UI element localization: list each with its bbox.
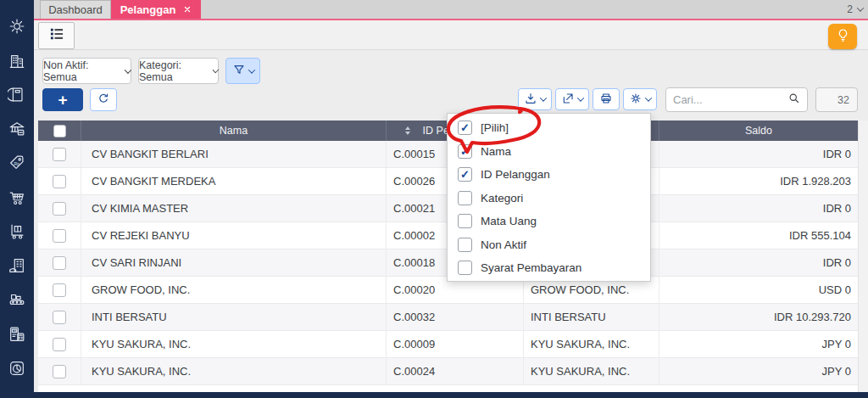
column-header-nama[interactable]: Nama — [81, 121, 386, 141]
column-header-saldo[interactable]: Saldo — [659, 121, 858, 141]
cart-icon — [8, 188, 26, 210]
app-window: Rp TAX Dashboard Pelanggan 2 Non Aktif: … — [0, 0, 868, 398]
dropdown-item-syarat-pembayaran[interactable]: Syarat Pembayaran — [448, 256, 650, 280]
checkbox-checked — [458, 121, 472, 135]
download-button[interactable] — [518, 88, 552, 110]
table-scrollbar[interactable] — [858, 121, 868, 392]
row-checkbox[interactable] — [53, 283, 66, 297]
chevron-down-icon — [248, 66, 254, 73]
close-icon[interactable] — [183, 3, 192, 16]
filter-button[interactable] — [225, 58, 260, 84]
print-button[interactable] — [593, 88, 620, 110]
building-car-icon — [8, 256, 26, 278]
list-view-button[interactable] — [38, 22, 75, 49]
sidebar-item-production[interactable] — [6, 290, 28, 312]
conveyor-icon — [8, 290, 26, 312]
chevron-down-icon — [125, 66, 131, 73]
pie-chart-icon — [8, 359, 26, 381]
table-row[interactable]: KYU SAKURA, INC. C.00009 KYU SAKURA, INC… — [38, 331, 858, 358]
table-row[interactable]: INTI BERSATU C.00032 INTI BERSATU IDR 10… — [38, 304, 858, 331]
tab-dashboard[interactable]: Dashboard — [40, 0, 111, 19]
chevron-down-icon — [212, 66, 219, 73]
dropdown-item-clipped[interactable] — [448, 280, 650, 283]
column-chooser-dropdown: [Pilih] Nama ID Pelanggan Kategori Mata … — [447, 113, 651, 282]
lightbulb-button[interactable] — [828, 24, 857, 49]
select-all-cell — [38, 121, 81, 141]
dropdown-item-nama[interactable]: Nama — [448, 140, 650, 164]
dropdown-item-mata-uang[interactable]: Mata Uang — [448, 210, 650, 233]
filter-kategori[interactable]: Kategori: Semua — [138, 58, 219, 84]
dropdown-item-kategori[interactable]: Kategori — [448, 187, 650, 210]
export-icon — [561, 92, 575, 108]
sidebar-item-company[interactable] — [6, 52, 28, 74]
svg-text:Rp: Rp — [14, 161, 20, 166]
row-checkbox[interactable] — [53, 148, 66, 161]
add-customer-button[interactable]: + — [42, 88, 83, 111]
checkbox-unchecked — [458, 191, 472, 205]
search-input[interactable] — [673, 93, 787, 106]
checkbox-checked — [458, 144, 472, 159]
row-checkbox[interactable] — [53, 202, 66, 216]
checkbox-unchecked — [458, 214, 472, 228]
checkbox-unchecked — [458, 261, 472, 275]
record-count: 32 — [815, 87, 858, 112]
sidebar-item-assets[interactable] — [6, 256, 28, 278]
tab-pelanggan[interactable]: Pelanggan — [111, 0, 201, 19]
view-toolbar — [34, 20, 868, 50]
footer-bar — [34, 392, 868, 398]
dropdown-item-id-pelanggan[interactable]: ID Pelanggan — [448, 163, 650, 187]
chevron-down-icon — [540, 94, 547, 101]
lightbulb-icon — [835, 27, 851, 47]
table-settings-button[interactable] — [623, 88, 657, 110]
search-box — [665, 87, 808, 112]
checkbox-checked — [458, 167, 472, 182]
export-button[interactable] — [555, 88, 589, 110]
filter-non-aktif[interactable]: Non Aktif: Semua — [42, 58, 131, 84]
table-row[interactable]: KYU SAKURA, INC. C.00024 KYU SAKURA, INC… — [38, 358, 858, 385]
tab-bar: Dashboard Pelanggan 2 — [34, 0, 868, 20]
sidebar: Rp TAX — [0, 0, 34, 398]
sidebar-item-reports[interactable] — [6, 359, 28, 381]
svg-text:TAX: TAX — [13, 328, 17, 332]
bank-icon — [8, 120, 26, 142]
row-checkbox[interactable] — [53, 256, 66, 270]
sidebar-item-sales[interactable]: Rp — [6, 154, 28, 176]
price-tag-icon: Rp — [8, 154, 26, 176]
sort-icon — [405, 124, 410, 137]
download-icon — [524, 92, 537, 108]
building-icon — [8, 52, 26, 74]
chevron-down-icon — [857, 4, 864, 11]
dropdown-item-pilih[interactable]: [Pilih] — [448, 116, 650, 140]
row-checkbox[interactable] — [53, 229, 66, 243]
row-checkbox[interactable] — [53, 175, 66, 188]
refresh-icon — [97, 92, 110, 108]
sidebar-item-purchases[interactable] — [6, 188, 28, 210]
row-checkbox[interactable] — [53, 365, 66, 378]
sidebar-item-tax[interactable]: TAX — [6, 325, 28, 347]
gear-icon — [8, 17, 26, 39]
dropdown-item-non-aktif[interactable]: Non Aktif — [448, 233, 650, 257]
list-icon — [48, 25, 65, 46]
row-checkbox[interactable] — [53, 338, 66, 351]
select-all-checkbox[interactable] — [53, 125, 66, 137]
chevron-down-icon — [645, 94, 652, 101]
funnel-icon — [232, 63, 246, 79]
book-icon — [8, 86, 26, 108]
tax-calculator-icon: TAX — [8, 325, 26, 347]
gear-icon — [629, 92, 643, 108]
hand-truck-icon — [8, 222, 26, 244]
window-count-dropdown[interactable]: 2 — [847, 3, 863, 15]
sidebar-item-delivery[interactable] — [6, 222, 28, 244]
sidebar-item-journal[interactable] — [6, 86, 28, 108]
sidebar-item-settings[interactable] — [6, 17, 28, 39]
search-icon — [787, 92, 800, 108]
sidebar-item-bank[interactable] — [6, 120, 28, 142]
checkbox-unchecked — [458, 238, 472, 252]
row-checkbox[interactable] — [53, 311, 66, 324]
chevron-down-icon — [577, 94, 584, 101]
printer-icon — [599, 92, 613, 108]
refresh-button[interactable] — [90, 88, 117, 111]
